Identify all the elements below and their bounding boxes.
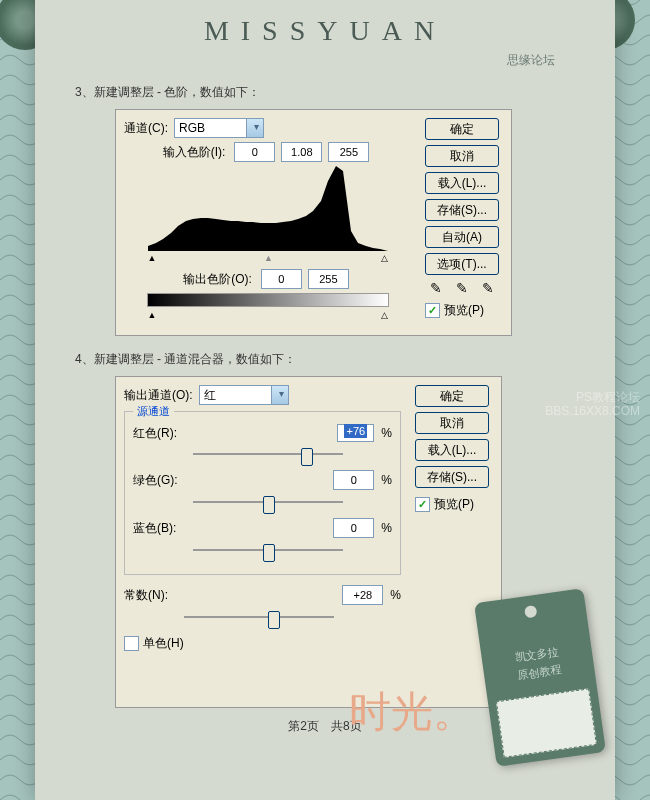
step-3-text: 3、新建调整层 - 色阶，数值如下：: [75, 84, 595, 101]
load-button[interactable]: 载入(L)...: [415, 439, 489, 461]
step-4-text: 4、新建调整层 - 通道混合器，数值如下：: [75, 351, 595, 368]
output-sliders[interactable]: ▲△: [148, 310, 388, 320]
blue-field[interactable]: [333, 518, 374, 538]
watermark: PS教程论坛BBS.16XX8.COM: [545, 390, 640, 418]
channel-label: 通道(C):: [124, 120, 168, 137]
paper-background: MISSYUAN 思缘论坛 3、新建调整层 - 色阶，数值如下： 通道(C): …: [35, 0, 615, 800]
output-channel-label: 输出通道(O):: [124, 387, 193, 404]
site-logo: MISSYUAN: [35, 15, 615, 47]
red-label: 红色(R):: [133, 425, 193, 442]
input-black-field[interactable]: [234, 142, 275, 162]
output-levels-label: 输出色阶(O):: [183, 271, 252, 288]
green-label: 绿色(G):: [133, 472, 193, 489]
red-field[interactable]: +76: [337, 424, 374, 442]
ok-button[interactable]: 确定: [425, 118, 499, 140]
input-levels-label: 输入色阶(I):: [163, 144, 226, 161]
output-white-field[interactable]: [308, 269, 349, 289]
options-button[interactable]: 选项(T)...: [425, 253, 499, 275]
mono-checkbox[interactable]: [124, 636, 139, 651]
channel-mixer-dialog: 输出通道(O): 红 源通道 红色(R):+76% 绿色(G):% 蓝色(B):…: [115, 376, 502, 708]
preview-label: 预览(P): [444, 302, 484, 319]
preview-checkbox[interactable]: ✓: [415, 497, 430, 512]
preview-checkbox[interactable]: ✓: [425, 303, 440, 318]
eyedropper-gray-icon[interactable]: ✎: [456, 280, 474, 298]
blue-slider[interactable]: [193, 542, 343, 558]
input-white-field[interactable]: [328, 142, 369, 162]
tag-note: [496, 688, 597, 758]
svg-marker-0: [148, 166, 388, 251]
levels-dialog: 通道(C): RGB 输入色阶(I): ▲▲△ 输出色阶(O):: [115, 109, 512, 336]
source-channels-legend: 源通道: [133, 404, 174, 419]
input-sliders[interactable]: ▲▲△: [148, 253, 388, 263]
output-black-field[interactable]: [261, 269, 302, 289]
histogram: [148, 166, 388, 251]
auto-button[interactable]: 自动(A): [425, 226, 499, 248]
channel-select[interactable]: RGB: [174, 118, 264, 138]
output-gradient: [147, 293, 389, 307]
eyedropper-black-icon[interactable]: ✎: [430, 280, 448, 298]
green-field[interactable]: [333, 470, 374, 490]
constant-slider[interactable]: [184, 609, 334, 625]
hang-tag: 凯文多拉原创教程: [474, 588, 606, 767]
blue-label: 蓝色(B):: [133, 520, 193, 537]
constant-label: 常数(N):: [124, 587, 184, 604]
ok-button[interactable]: 确定: [415, 385, 489, 407]
save-button[interactable]: 存储(S)...: [415, 466, 489, 488]
save-button[interactable]: 存储(S)...: [425, 199, 499, 221]
cancel-button[interactable]: 取消: [425, 145, 499, 167]
red-slider[interactable]: [193, 446, 343, 462]
site-subtitle: 思缘论坛: [35, 52, 615, 69]
load-button[interactable]: 载入(L)...: [425, 172, 499, 194]
eyedropper-white-icon[interactable]: ✎: [482, 280, 500, 298]
constant-field[interactable]: [342, 585, 383, 605]
stamp-text: 时光。: [349, 684, 475, 740]
source-channels-group: 源通道 红色(R):+76% 绿色(G):% 蓝色(B):%: [124, 411, 401, 575]
output-channel-select[interactable]: 红: [199, 385, 289, 405]
green-slider[interactable]: [193, 494, 343, 510]
mono-label: 单色(H): [143, 635, 184, 652]
cancel-button[interactable]: 取消: [415, 412, 489, 434]
preview-label: 预览(P): [434, 496, 474, 513]
input-gamma-field[interactable]: [281, 142, 322, 162]
